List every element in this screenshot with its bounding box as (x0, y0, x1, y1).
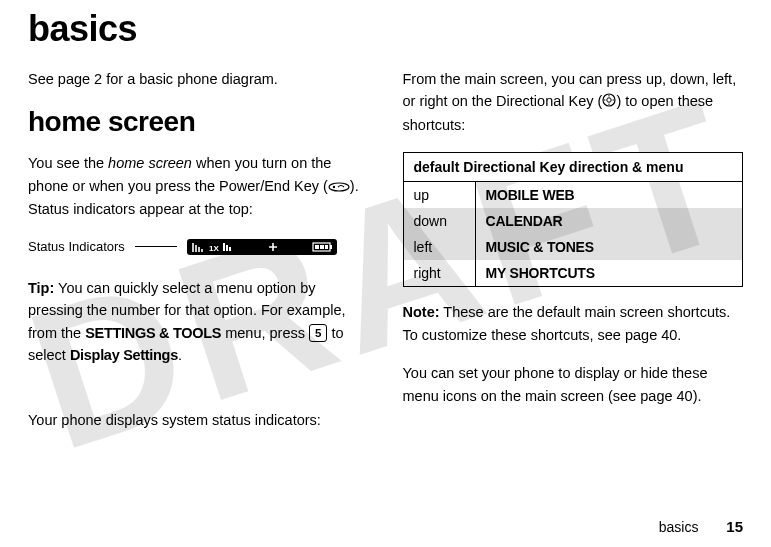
menu-cell: MY SHORTCUTS (475, 260, 743, 287)
page-title: basics (28, 8, 743, 50)
svg-point-13 (607, 98, 611, 102)
svg-rect-9 (315, 245, 319, 249)
tip-label: Tip: (28, 280, 54, 296)
menu-cell: MUSIC & TONES (475, 234, 743, 260)
svg-point-0 (329, 183, 349, 191)
svg-rect-4 (223, 243, 225, 251)
direction-cell: down (403, 208, 475, 234)
text-fragment: These are the default main screen shortc… (403, 304, 731, 342)
shortcuts-table: default Directional Key direction & menu… (403, 152, 744, 287)
svg-rect-6 (229, 247, 231, 251)
right-column: From the main screen, you can press up, … (403, 68, 744, 447)
footer-page-number: 15 (726, 518, 743, 535)
two-column-layout: See page 2 for a basic phone diagram. ho… (28, 68, 743, 447)
callout-line (135, 246, 177, 247)
power-end-key-icon (328, 176, 350, 198)
table-row: right MY SHORTCUTS (403, 260, 743, 287)
section-heading-home-screen: home screen (28, 106, 369, 138)
table-header-row: default Directional Key direction & menu (403, 153, 743, 182)
tip-paragraph: Tip: You can quickly select a menu optio… (28, 277, 369, 367)
svg-text:1X: 1X (209, 244, 219, 253)
svg-point-1 (333, 186, 335, 188)
menu-cell: MOBILE WEB (475, 182, 743, 209)
footer-section-name: basics (659, 519, 699, 535)
directional-key-icon (602, 91, 616, 113)
settings-tools-menu-name: SETTINGS & TOOLS (85, 325, 221, 341)
text-fragment: You see the (28, 155, 108, 171)
page-content: basics See page 2 for a basic phone diag… (0, 0, 771, 547)
direction-cell: left (403, 234, 475, 260)
page-footer: basics 15 (659, 518, 743, 535)
text-fragment: . (178, 347, 182, 363)
system-status-paragraph: Your phone displays system status indica… (28, 409, 369, 431)
direction-cell: up (403, 182, 475, 209)
status-indicators-diagram: Status Indicators 1X (28, 237, 369, 257)
directional-key-intro: From the main screen, you can press up, … (403, 68, 744, 136)
table-row: up MOBILE WEB (403, 182, 743, 209)
note-label: Note: (403, 304, 440, 320)
svg-rect-8 (330, 245, 332, 249)
home-screen-paragraph: You see the home screen when you turn on… (28, 152, 369, 220)
status-indicators-label: Status Indicators (28, 239, 125, 254)
svg-rect-5 (226, 245, 228, 251)
direction-cell: right (403, 260, 475, 287)
status-bar-icon: 1X (187, 237, 337, 257)
keycap-5: 5 (309, 324, 327, 342)
menu-cell: CALENDAR (475, 208, 743, 234)
display-settings-option: Display Settings (70, 347, 178, 363)
table-row: down CALENDAR (403, 208, 743, 234)
svg-rect-11 (325, 245, 328, 249)
text-fragment: menu, press (221, 325, 309, 341)
table-header: default Directional Key direction & menu (403, 153, 743, 182)
svg-rect-10 (320, 245, 324, 249)
home-screen-term: home screen (108, 155, 192, 171)
intro-see-page-2: See page 2 for a basic phone diagram. (28, 68, 369, 90)
note-paragraph: Note: These are the default main screen … (403, 301, 744, 346)
table-row: left MUSIC & TONES (403, 234, 743, 260)
menu-icons-paragraph: You can set your phone to display or hid… (403, 362, 744, 407)
left-column: See page 2 for a basic phone diagram. ho… (28, 68, 369, 447)
